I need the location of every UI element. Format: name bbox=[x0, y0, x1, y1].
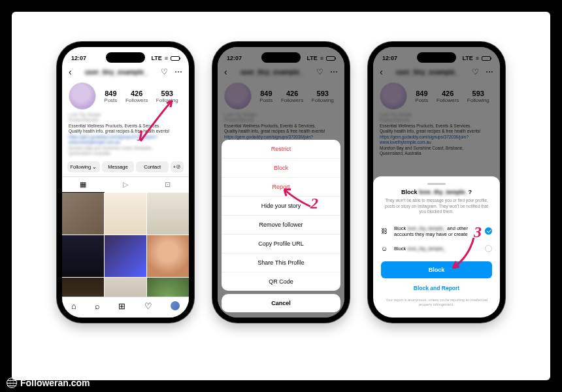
nav-bar: ⌂ ⌕ ⊞ ♡ bbox=[62, 297, 189, 318]
menu-cancel[interactable]: Cancel bbox=[222, 294, 340, 312]
menu-qr-code[interactable]: QR Code bbox=[222, 272, 340, 291]
menu-block[interactable]: Block bbox=[222, 158, 340, 177]
block-and-report-button[interactable]: Block and Report bbox=[381, 282, 492, 294]
message-button[interactable]: Message bbox=[102, 161, 135, 172]
step-2-label: 2 bbox=[310, 195, 318, 212]
stat-posts[interactable]: 849Posts bbox=[104, 90, 117, 103]
action-sheet: Restrict Block Report Hide your story Re… bbox=[222, 140, 340, 312]
nav-search-icon[interactable]: ⌕ bbox=[95, 301, 100, 311]
dynamic-island bbox=[261, 52, 301, 63]
contact-button[interactable]: Contact bbox=[136, 161, 169, 172]
more-options-icon[interactable]: ⋯ bbox=[174, 67, 182, 76]
multi-user-icon: ⛓ bbox=[381, 227, 390, 235]
watermark: Followeran.com bbox=[7, 378, 90, 388]
user-icon: ☺ bbox=[381, 245, 390, 252]
tab-reels[interactable]: ▷ bbox=[105, 177, 147, 193]
radio-selected[interactable] bbox=[485, 227, 492, 235]
nav-create-icon[interactable]: ⊞ bbox=[118, 301, 125, 311]
profile-header: ‹ user_tiny_example_ ♡ ⋯ bbox=[62, 64, 189, 81]
sheet-handle[interactable] bbox=[427, 183, 446, 185]
phone-3: 3 12:07 LTE≡ ‹user_tiny_example_♡⋯ 849Po… bbox=[368, 42, 505, 323]
dynamic-island bbox=[417, 52, 456, 63]
suggest-button[interactable]: +℗ bbox=[171, 161, 184, 172]
dynamic-island bbox=[106, 52, 145, 63]
globe-icon bbox=[7, 378, 17, 388]
nav-activity-icon[interactable]: ♡ bbox=[144, 301, 152, 311]
bio: Love Thy Temple Product/Service Essentia… bbox=[62, 112, 189, 159]
nav-profile-icon[interactable] bbox=[171, 301, 180, 310]
phone-2: 2 12:07 LTE≡ ‹user_tiny_example_♡⋯ 849Po… bbox=[212, 42, 350, 323]
post-thumb[interactable] bbox=[147, 193, 189, 235]
post-thumb[interactable] bbox=[62, 193, 104, 235]
menu-report[interactable]: Report bbox=[222, 177, 340, 196]
stat-followers[interactable]: 426Followers bbox=[125, 90, 148, 103]
block-option-single[interactable]: ☺ Block love_thy_temple_ bbox=[381, 241, 492, 256]
back-icon[interactable]: ‹ bbox=[69, 67, 72, 77]
menu-share-profile[interactable]: Share This Profile bbox=[222, 253, 340, 272]
menu-copy-url[interactable]: Copy Profile URL bbox=[222, 234, 340, 253]
block-sheet: Block love_thy_temple_? They won't be ab… bbox=[373, 176, 500, 318]
notifications-icon[interactable]: ♡ bbox=[161, 67, 168, 76]
step-3-label: 3 bbox=[474, 223, 482, 241]
tutorial-canvas: 1 12:07 LTE≡ ‹ user_tiny_example_ ♡ ⋯ 84… bbox=[12, 12, 550, 380]
step-1-label: 1 bbox=[137, 127, 144, 144]
phone-1: 1 12:07 LTE≡ ‹ user_tiny_example_ ♡ ⋯ 84… bbox=[57, 42, 194, 323]
post-thumb[interactable] bbox=[62, 235, 104, 277]
tab-grid[interactable]: ▦ bbox=[62, 177, 105, 193]
post-thumb[interactable] bbox=[105, 193, 146, 235]
disclaimer: Your report is anonymous, unless you're … bbox=[381, 298, 492, 307]
post-thumb[interactable] bbox=[147, 235, 189, 277]
menu-hide-story[interactable]: Hide your story bbox=[222, 196, 340, 215]
avatar[interactable] bbox=[69, 82, 96, 110]
content-tabs: ▦ ▷ ⊡ bbox=[62, 176, 189, 193]
username: user_tiny_example_ bbox=[85, 69, 148, 76]
radio-unselected[interactable] bbox=[485, 245, 492, 252]
block-title: Block love_thy_temple_? bbox=[381, 189, 492, 195]
block-explain: They won't be able to message you or fin… bbox=[381, 198, 492, 214]
block-button[interactable]: Block bbox=[381, 261, 492, 278]
following-button[interactable]: Following ⌄ bbox=[67, 161, 100, 172]
tab-tagged[interactable]: ⊡ bbox=[146, 177, 189, 193]
menu-remove-follower[interactable]: Remove follower bbox=[222, 215, 340, 234]
menu-restrict[interactable]: Restrict bbox=[222, 140, 340, 158]
stat-following[interactable]: 593Following bbox=[156, 90, 178, 103]
post-thumb[interactable] bbox=[105, 235, 146, 277]
nav-home-icon[interactable]: ⌂ bbox=[71, 301, 76, 311]
